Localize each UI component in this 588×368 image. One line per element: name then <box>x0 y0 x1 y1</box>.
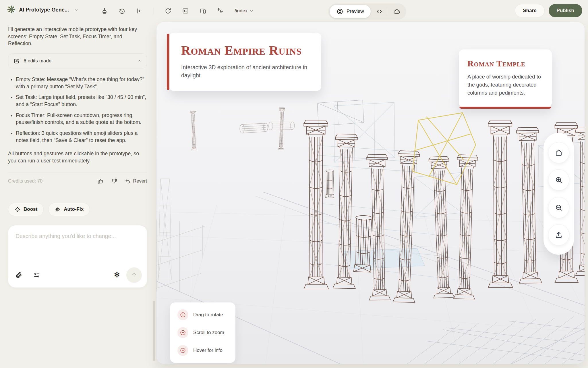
list-item: Reflection: 3 quick questions with emoji… <box>16 130 147 144</box>
hint-row: Scroll to zoom <box>177 327 228 338</box>
revert-label: Revert <box>133 178 147 184</box>
eye-icon <box>336 8 343 15</box>
brush-icon[interactable] <box>101 7 108 14</box>
feedback-controls: Revert <box>97 178 147 184</box>
hint-label: Hover for info <box>193 348 223 353</box>
scene-subtitle: Interactive 3D exploration of ancient ar… <box>181 64 309 79</box>
thumbs-up-icon[interactable] <box>97 178 104 184</box>
view-mode-toggle: Preview <box>328 3 406 20</box>
attach-icon[interactable] <box>16 272 22 279</box>
divider <box>8 172 147 173</box>
zoom-in-button[interactable] <box>548 169 569 191</box>
chevron-up-icon <box>138 59 142 63</box>
object-description: A place of worship dedicated to the gods… <box>467 73 543 97</box>
share-button[interactable]: Share <box>515 4 544 17</box>
assistant-message: All buttons and gestures are clickable i… <box>8 150 147 164</box>
toolbar: /index <box>101 0 254 22</box>
terminal-icon[interactable] <box>182 7 189 14</box>
scroll-icon <box>177 327 188 338</box>
interaction-hints-panel: Drag to rotate Scroll to zoom Hover for … <box>170 302 235 363</box>
publish-label: Publish <box>557 8 574 14</box>
code-tab[interactable] <box>371 5 387 18</box>
scene-title: Roman Empire Ruins <box>181 43 309 58</box>
toggle-divider <box>388 9 388 14</box>
boost-button[interactable]: Boost <box>8 203 44 216</box>
quick-actions: Boost Auto-Fix <box>8 203 147 216</box>
preview-tab-label: Preview <box>347 9 364 14</box>
hint-row: Drag to rotate <box>177 309 228 320</box>
sidebar-scrollbar[interactable] <box>153 301 155 361</box>
upload-icon <box>555 231 563 239</box>
toolbar-divider <box>154 7 154 14</box>
openai-model-icon[interactable]: ✻ <box>114 272 120 279</box>
screen-spec-list: Empty State: Message “What’s the one thi… <box>8 76 147 144</box>
publish-button[interactable]: Publish <box>549 4 582 17</box>
list-item: Empty State: Message “What’s the one thi… <box>16 76 147 90</box>
arrow-up-icon <box>131 272 138 279</box>
object-title: Roman Temple <box>467 59 543 68</box>
hint-label: Drag to rotate <box>193 312 223 318</box>
info-icon <box>177 309 188 320</box>
route-label: /index <box>235 8 247 14</box>
prompt-input[interactable] <box>16 233 140 264</box>
scene-title-card: Roman Empire Ruins Interactive 3D explor… <box>169 33 321 91</box>
object-info-card: Roman Temple A place of worship dedicate… <box>459 49 552 107</box>
undo-icon <box>125 178 131 184</box>
credits-used: Credits used: 70 <box>8 178 42 184</box>
list-item: Set Task: Large input field, presets lik… <box>16 94 147 108</box>
zoom-out-icon <box>555 204 563 212</box>
preview-canvas: Roman Empire Ruins Interactive 3D explor… <box>156 22 585 364</box>
hint-row: Hover for info <box>177 345 228 356</box>
prompt-composer: ✻ <box>8 225 147 288</box>
play-icon <box>177 345 188 356</box>
topbar-actions: Share Publish <box>515 4 582 17</box>
thumbs-down-icon[interactable] <box>111 178 117 184</box>
composer-toolbar: ✻ <box>16 267 142 283</box>
topbar: ❋ AI Prototype Gene... /index <box>0 0 588 22</box>
responsive-devices-icon[interactable] <box>200 7 206 14</box>
preview-tab[interactable]: Preview <box>330 5 371 18</box>
edits-summary-label: 6 edits made <box>24 58 51 64</box>
autofix-button[interactable]: Auto-Fix <box>48 203 90 216</box>
edit-icon <box>13 58 20 64</box>
send-button[interactable] <box>126 267 142 283</box>
chat-sidebar: I’ll generate an interactive mobile prot… <box>8 26 147 288</box>
edits-summary-toggle[interactable]: 6 edits made <box>8 53 147 68</box>
settings-sliders-icon[interactable] <box>33 272 40 279</box>
chevron-down-icon <box>249 9 254 13</box>
history-icon[interactable] <box>119 7 125 14</box>
viewer-controls <box>543 133 574 255</box>
chevron-down-icon <box>74 8 78 12</box>
zoom-out-button[interactable] <box>548 197 569 218</box>
list-item: Focus Timer: Full-screen countdown, prog… <box>16 112 147 126</box>
home-view-button[interactable] <box>548 142 569 163</box>
app-logo-icon: ❋ <box>7 4 16 16</box>
collapse-left-icon[interactable] <box>136 7 143 14</box>
cloud-tab[interactable] <box>389 5 405 18</box>
route-selector[interactable]: /index <box>235 8 254 14</box>
share-view-button[interactable] <box>548 224 569 246</box>
autofix-label: Auto-Fix <box>64 206 84 212</box>
home-icon <box>555 149 563 157</box>
cloud-icon <box>393 8 400 15</box>
zoom-in-icon <box>555 176 563 184</box>
assistant-message: I’ll generate an interactive mobile prot… <box>8 26 147 47</box>
hint-label: Scroll to zoom <box>193 330 224 336</box>
revert-button[interactable]: Revert <box>125 178 147 184</box>
refresh-icon[interactable] <box>165 7 171 14</box>
cursor-select-icon[interactable] <box>217 7 224 14</box>
bug-icon <box>55 206 61 212</box>
message-footer: Credits used: 70 Revert <box>8 178 147 184</box>
sparkle-icon <box>14 206 21 212</box>
project-menu[interactable]: ❋ AI Prototype Gene... <box>7 4 78 16</box>
code-icon <box>376 8 383 15</box>
share-label: Share <box>523 8 536 14</box>
project-title: AI Prototype Gene... <box>19 7 69 13</box>
boost-label: Boost <box>24 206 37 212</box>
